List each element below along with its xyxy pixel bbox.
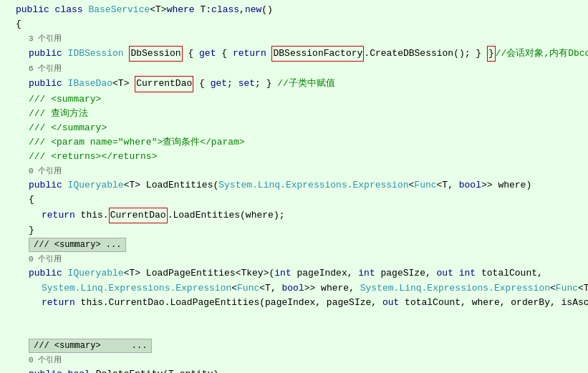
getter: { bbox=[183, 47, 199, 61]
type-expression2: Expression bbox=[175, 281, 231, 296]
generic9: <T, bbox=[259, 281, 281, 296]
dbsession-highlighted: DbSession bbox=[129, 46, 182, 62]
summary-collapsed-box2[interactable]: /// <summary> ... bbox=[29, 339, 152, 354]
summary-collapsed-box[interactable]: /// <summary> ... bbox=[29, 238, 126, 253]
comment-summary1: /// <summary> bbox=[29, 92, 101, 107]
semi2: ; } bbox=[255, 77, 277, 91]
generic12: <T, Tkey>> orde bbox=[578, 281, 588, 296]
type-expression3: Expression bbox=[494, 281, 550, 296]
ref-count-0c: 0 个引用 bbox=[29, 354, 62, 367]
kw-set: set bbox=[238, 77, 255, 91]
ref-count-0b: 0 个引用 bbox=[29, 253, 62, 266]
keyword-where: where bbox=[167, 3, 201, 17]
dot: . bbox=[364, 47, 370, 61]
kw-return: return bbox=[233, 47, 272, 61]
kw-int1: int bbox=[274, 266, 291, 281]
param-pagesize2: Ize, bbox=[409, 266, 437, 281]
keyword-new: new bbox=[245, 3, 261, 17]
line-return-loadpage: return this.CurrentDao.LoadPageEntities(… bbox=[0, 296, 588, 310]
type-system2: System.Linq.Expressions. bbox=[42, 281, 175, 296]
method-create: CreateDBSession bbox=[370, 47, 453, 61]
kw-public4: public bbox=[29, 266, 68, 281]
line-empty1 bbox=[0, 310, 588, 324]
currentdao-hl2: CurrentDao bbox=[109, 208, 168, 223]
line-open-brace-2: { bbox=[0, 193, 588, 207]
generic-param: <T> bbox=[150, 3, 166, 17]
line-meta-0ref3: 0 个引用 bbox=[0, 353, 588, 367]
semi1: ; bbox=[227, 77, 238, 91]
line-summary1: /// <summary> bbox=[0, 92, 588, 107]
brace2: { bbox=[29, 193, 34, 207]
this2: this.CurrentDao.LoadPageEntities(pageInd… bbox=[81, 296, 355, 310]
line-meta-0ref2: 0 个引用 bbox=[0, 252, 588, 266]
generic6: >> bbox=[481, 178, 498, 193]
call: (); } bbox=[453, 47, 487, 61]
keyword-class2: class bbox=[211, 3, 239, 17]
space bbox=[124, 47, 130, 61]
kw-return2: return bbox=[42, 208, 81, 223]
brace3: } bbox=[29, 223, 34, 238]
getter2: { bbox=[216, 47, 232, 61]
loadpage-params: Ize, bbox=[355, 296, 382, 310]
line-param: /// <param name="where">查询条件</param> bbox=[0, 135, 588, 150]
close-highlighted: } bbox=[487, 46, 496, 62]
brace: { bbox=[16, 17, 21, 32]
kw-out2: out bbox=[382, 296, 399, 310]
generic3: <T> bbox=[124, 178, 146, 193]
ref-count-3: 3 个引用 bbox=[29, 33, 62, 45]
kw-bool2: bool bbox=[68, 367, 96, 373]
line-class-declaration: public class BaseService <T> where T: cl… bbox=[0, 3, 588, 17]
class-name: BaseService bbox=[88, 3, 150, 17]
line-ibasedao: public IBaseDao <T> CurrentDao { get ; s… bbox=[0, 76, 588, 92]
method-delete: DeleteEntity(T entity) bbox=[96, 367, 219, 373]
line-idbsession: public IDBSession DbSession { get { retu… bbox=[0, 46, 588, 62]
keyword-class: class bbox=[55, 3, 89, 17]
generic5: <T, bbox=[437, 178, 459, 193]
dbsessionfactory-highlighted: DBSessionFactory bbox=[271, 46, 364, 62]
line-summary2: /// 查询方法 bbox=[0, 107, 588, 121]
line-summary-collapsed: /// <summary> ... bbox=[0, 238, 588, 253]
type-system: System.Linq.Expressions. bbox=[218, 178, 352, 193]
kw-public3: public bbox=[29, 178, 68, 193]
ref-count-6: 6 个引用 bbox=[29, 63, 62, 75]
comment-summary-end: /// </summary> bbox=[29, 121, 107, 135]
paren: () bbox=[261, 3, 273, 17]
keyword-public: public bbox=[16, 3, 55, 17]
kw-public: public bbox=[29, 47, 68, 61]
line-text: public IQueryable <T> LoadPageEntities<T… bbox=[16, 266, 543, 281]
kw-public5: public bbox=[29, 367, 68, 373]
line-loadentities: public IQueryable <T> LoadEntities( Syst… bbox=[0, 178, 588, 193]
kw-get: get bbox=[199, 47, 216, 61]
line-meta-3ref: 3 个引用 bbox=[0, 32, 588, 46]
kw-public2: public bbox=[29, 77, 68, 91]
line-returns: /// <returns></returns> bbox=[0, 150, 588, 164]
new-constraint: , bbox=[239, 3, 245, 17]
this-keyword: this. bbox=[81, 208, 109, 223]
line-text: public IQueryable <T> LoadEntities( Syst… bbox=[16, 178, 531, 193]
line-text: public IBaseDao <T> CurrentDao { get ; s… bbox=[16, 76, 335, 92]
generic11: < bbox=[550, 281, 556, 296]
param-pagesize: pageS bbox=[375, 266, 409, 281]
comment-query-method: /// 查询方法 bbox=[29, 107, 88, 121]
line-return-loadentities: return this. CurrentDao . LoadEntities(w… bbox=[0, 208, 588, 223]
loadpage-params2: totalCount, where, orderBy, isAsc); bbox=[399, 296, 588, 310]
line-text: public IDBSession DbSession { get { retu… bbox=[16, 46, 588, 62]
type-iqueryable: IQueryable bbox=[68, 178, 124, 193]
kw-out: out bbox=[437, 266, 459, 281]
param-totalcount: totalCount, bbox=[476, 266, 543, 281]
line-deleteentity: public bool DeleteEntity(T entity) bbox=[0, 367, 588, 373]
type-ibasedao: IBaseDao bbox=[68, 77, 112, 91]
method-load: LoadEntities(where); bbox=[173, 208, 284, 223]
line-text: return this.CurrentDao.LoadPageEntities(… bbox=[16, 296, 588, 310]
currentdao-highlighted: CurrentDao bbox=[135, 76, 193, 92]
line-summary-collapsed2: /// <summary> ... bbox=[0, 339, 588, 354]
kw-int3: int bbox=[459, 266, 476, 281]
accessors: { bbox=[193, 77, 210, 91]
constraint: T: bbox=[200, 3, 211, 17]
line-text: return this. CurrentDao . LoadEntities(w… bbox=[16, 208, 284, 223]
generic7: <T> bbox=[124, 266, 146, 281]
line-loadpage-params: System.Linq.Expressions. Expression < Fu… bbox=[0, 281, 588, 296]
type-func: Func bbox=[414, 178, 436, 193]
generic10: >> where, bbox=[304, 281, 360, 296]
line-loadpageentities: public IQueryable <T> LoadPageEntities<T… bbox=[0, 266, 588, 281]
